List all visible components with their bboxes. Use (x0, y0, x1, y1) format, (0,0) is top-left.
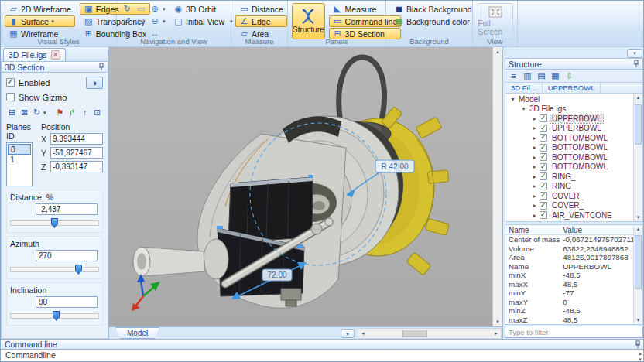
properties-scroll-thumb[interactable] (635, 235, 642, 289)
tab-3d-file[interactable]: 3D File.igs × (3, 48, 66, 61)
save-icon[interactable]: ▦ (550, 71, 561, 81)
visibility-checkbox[interactable] (540, 183, 547, 190)
collapse-icon[interactable]: ▾ (509, 96, 517, 103)
property-row[interactable]: minY-77 (505, 289, 633, 298)
edge-button[interactable]: ∠Edge (235, 15, 287, 27)
zoom-extents-icon[interactable]: ⊡ (135, 15, 147, 27)
zoom-selection-icon[interactable]: ◌ (135, 28, 147, 39)
pin-icon[interactable] (633, 60, 639, 68)
tree-node[interactable]: ▸RING_ (507, 172, 633, 182)
spin-view-icon[interactable]: ⊚ (121, 28, 133, 39)
expand-icon[interactable]: ▸ (530, 135, 539, 142)
scroll-up-icon[interactable]: ▴ (637, 226, 640, 232)
2d-wireframe-button[interactable]: ▱2D Wireframe (5, 3, 75, 15)
area-button[interactable]: ▱Area (235, 28, 287, 39)
property-row[interactable]: maxX48,5 (505, 280, 633, 289)
chevron-down-icon[interactable]: ▾ (163, 6, 168, 12)
property-row[interactable]: Center of mass-0,067214975702711... (505, 235, 633, 244)
initial-view-button[interactable]: ▢Initial View (170, 15, 228, 27)
properties-scrollbar[interactable]: ▴ ▾ (633, 225, 642, 324)
chevron-down-icon[interactable]: ▾ (43, 110, 49, 116)
planes-list[interactable]: 0 1 (6, 142, 33, 186)
chevron-down-icon[interactable]: ▾ (163, 19, 168, 25)
scroll-left-icon[interactable]: ◂ (358, 330, 368, 336)
flat-view-icon[interactable]: ≡ (508, 71, 519, 80)
black-background-button[interactable]: ◼Black Background (390, 3, 476, 15)
inclination-field[interactable] (36, 296, 98, 308)
tab-list-chevron-button[interactable]: ▾ (341, 329, 355, 338)
pan-icon[interactable]: ↔ (149, 28, 161, 39)
position-z-field[interactable] (50, 161, 103, 172)
tree-node[interactable]: ▸BOTTOMBOWL (507, 152, 633, 162)
structure-panel-button[interactable]: Structure (292, 3, 325, 39)
tree-node[interactable]: ▸BOTTOMBOWL (507, 162, 633, 172)
export-icon[interactable]: ⇩ (564, 71, 575, 81)
tree-scroll-thumb[interactable] (635, 104, 642, 145)
model-tab[interactable]: Model (115, 327, 159, 339)
zoom-in-icon[interactable]: ⊕ (149, 3, 161, 15)
scroll-up-icon[interactable]: ▴ (496, 49, 499, 55)
visibility-checkbox[interactable] (540, 192, 547, 200)
visibility-checkbox[interactable] (540, 114, 547, 122)
expand-icon[interactable]: ▸ (530, 125, 539, 131)
visibility-checkbox[interactable] (540, 172, 547, 180)
distance-field[interactable] (36, 203, 98, 215)
scroll-down-icon[interactable]: ▾ (496, 319, 499, 325)
viewport-canvas[interactable]: R 42.00 72.00 (109, 47, 502, 326)
distance-button[interactable]: ▭Distance (235, 3, 287, 15)
viewport-vertical-scrollbar[interactable]: ▴ ▾ (492, 47, 502, 326)
scroll-down-icon[interactable]: ▾ (637, 317, 640, 323)
azimuth-slider[interactable] (10, 265, 99, 275)
scroll-right-icon[interactable]: ▸ (492, 330, 501, 336)
tree-node[interactable]: ▸UPPERBOWL (507, 124, 633, 134)
position-x-field[interactable] (50, 133, 103, 145)
tree-node[interactable]: ▸COVER_ (507, 191, 633, 201)
position-y-field[interactable] (50, 147, 103, 159)
scroll-down-icon[interactable]: ▾ (637, 214, 640, 220)
plane-option[interactable]: 1 (8, 155, 31, 165)
property-row[interactable]: minX-48,5 (505, 271, 633, 280)
tree-node[interactable]: ▸COVER_ (507, 201, 633, 211)
command-line-body[interactable]: Commandline ▴ ▾ (1, 350, 644, 362)
move-plane-icon[interactable]: ↑ (79, 107, 91, 118)
column-header-value[interactable]: Value (563, 226, 633, 234)
tree-node[interactable]: ▸RING_ (507, 182, 633, 192)
filter-input[interactable] (505, 326, 643, 338)
zoom-window-icon[interactable]: ▭ (135, 3, 147, 15)
section-sphere-button[interactable]: ◑ (86, 77, 103, 89)
visibility-checkbox[interactable] (540, 202, 547, 210)
tree-node[interactable]: ▸BOTTOMBOWL (507, 143, 633, 153)
viewport-horizontal-scrollbar[interactable]: ◂ ▸ (358, 328, 502, 339)
property-row[interactable]: maxZ48,5 (505, 316, 633, 325)
scroll-down-icon[interactable]: ▾ (639, 357, 642, 362)
surface-button[interactable]: ▮Surface▾ (5, 15, 75, 27)
breadcrumb-file[interactable]: 3D Fil... (505, 83, 543, 93)
flip-plane-icon[interactable]: ⚑ (54, 107, 66, 118)
expand-icon[interactable]: ▸ (530, 193, 539, 200)
visibility-checkbox[interactable] (540, 163, 547, 171)
property-row[interactable]: maxY0 (505, 298, 633, 307)
inclination-slider-thumb[interactable] (53, 311, 60, 321)
background-color-button[interactable]: ▦Background color (390, 15, 476, 27)
enabled-checkbox[interactable] (6, 78, 15, 87)
distance-slider[interactable] (10, 218, 99, 228)
report-icon[interactable]: ▤ (536, 71, 547, 81)
close-tab-icon[interactable]: × (51, 50, 60, 60)
rotate-plane-icon[interactable]: ↻ (31, 107, 43, 118)
hscroll-thumb[interactable] (402, 330, 427, 337)
distance-slider-thumb[interactable] (51, 218, 58, 228)
column-header-name[interactable]: Name (505, 226, 563, 234)
azimuth-slider-thumb[interactable] (75, 265, 82, 275)
scroll-up-icon[interactable]: ▴ (639, 350, 642, 357)
remove-plane-icon[interactable]: ⊠ (19, 107, 30, 118)
plane-option[interactable]: 0 (8, 144, 31, 155)
collapse-icon[interactable]: ▾ (519, 105, 528, 112)
pin-icon[interactable] (98, 63, 104, 71)
expand-icon[interactable]: ▸ (530, 163, 539, 170)
tree-node[interactable]: ▸BOTTOMBOWL (507, 133, 633, 143)
collapse-panel-button[interactable]: ▾ (627, 49, 642, 58)
tree-scrollbar[interactable]: ▴ ▾ (633, 94, 642, 221)
expand-icon[interactable]: ▸ (530, 154, 539, 161)
scroll-up-icon[interactable]: ▴ (637, 94, 640, 101)
expand-icon[interactable]: ▸ (530, 115, 539, 122)
